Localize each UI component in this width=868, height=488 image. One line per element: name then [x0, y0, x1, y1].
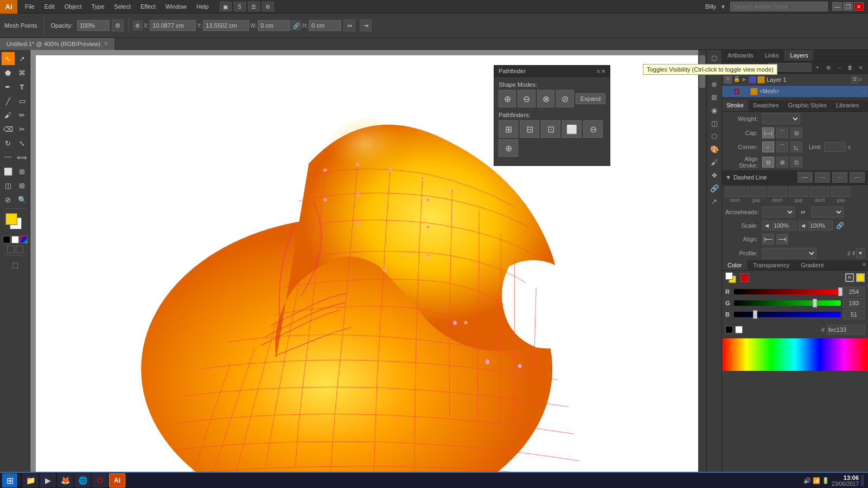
move-to-layer-btn[interactable]: →	[834, 62, 844, 72]
tab-layers[interactable]: Layers	[784, 50, 814, 61]
corner-miter-btn[interactable]: ⌐	[762, 142, 774, 152]
kuler-icon[interactable]: ◉	[709, 104, 720, 116]
shape-minus-front-btn[interactable]: ⊖	[518, 90, 535, 107]
show-desktop-btn[interactable]	[861, 475, 864, 486]
links-rt-icon[interactable]: 🔗	[709, 182, 720, 194]
shape-unite-btn[interactable]: ⊕	[499, 90, 516, 107]
corner-bevel-btn[interactable]: ◺	[790, 142, 802, 152]
y-input[interactable]	[203, 20, 249, 31]
gap3-input[interactable]	[831, 187, 851, 197]
menu-help[interactable]: Help	[192, 2, 213, 11]
cmyk-mode-btn[interactable]	[856, 273, 865, 282]
mesh-tool[interactable]: ⊞	[16, 179, 29, 192]
arrowhead-end-select[interactable]	[811, 207, 844, 217]
tab-links[interactable]: Links	[760, 50, 785, 61]
weight-select[interactable]: 0.5 pt1 pt2 pt	[762, 113, 800, 124]
taskbar-firefox[interactable]: 🦊	[57, 473, 73, 487]
gradient-tool[interactable]: ◫	[2, 179, 15, 192]
menu-window[interactable]: Window	[161, 2, 191, 11]
b-slider-thumb[interactable]	[753, 310, 757, 319]
rotate-tool[interactable]: ↻	[2, 137, 15, 150]
line-tool[interactable]: ╱	[2, 94, 15, 107]
minimize-btn[interactable]: —	[832, 2, 842, 11]
r-slider-track[interactable]	[734, 289, 841, 294]
layer-item[interactable]: 👁 🔓 ▶ Layer 1 ☰ ○	[722, 74, 868, 86]
shape-intersect-btn[interactable]: ⊗	[537, 90, 554, 107]
none-indicator[interactable]	[7, 246, 15, 253]
pf-divide-btn[interactable]: ⊕	[499, 139, 518, 157]
dashed-pattern-4[interactable]: -·-	[850, 172, 865, 183]
graphicstyle-icon[interactable]: ⬡	[709, 130, 720, 142]
layer-visibility-btn[interactable]: 👁	[724, 76, 732, 84]
sublayer-lock[interactable]	[742, 88, 749, 95]
pathfinder-icon[interactable]: ⊕	[709, 78, 720, 90]
gradient-swatch[interactable]	[20, 236, 28, 243]
vertical-scrollbar-thumb[interactable]	[699, 55, 705, 88]
g-slider-thumb[interactable]	[813, 299, 817, 307]
pathfinder-close-btn[interactable]: ✕	[601, 68, 605, 74]
transform-icon[interactable]: ⬡	[709, 52, 720, 64]
w-input[interactable]	[258, 20, 290, 31]
selection-tool[interactable]: ↖	[2, 52, 15, 65]
export-icon[interactable]: ↗	[709, 195, 720, 207]
layer-expand-arrow[interactable]: ▶	[743, 77, 748, 82]
appearance-rt-icon[interactable]: ◫	[709, 117, 720, 129]
pencil-tool[interactable]: ✏	[16, 108, 29, 121]
white-swatch2[interactable]	[735, 326, 743, 333]
sublayer-visibility-btn[interactable]	[733, 88, 741, 95]
tab-swatches[interactable]: Swatches	[749, 100, 784, 111]
scale1-dec-btn[interactable]: ◀	[762, 221, 771, 230]
dashed-line-header[interactable]: ▼ Dashed Line — - - ··· -·-	[722, 170, 868, 185]
gap1-input[interactable]	[746, 187, 766, 197]
paintbrush-tool[interactable]: 🖌	[2, 108, 15, 121]
eyedropper-tool[interactable]: ⊘	[2, 193, 15, 206]
menu-type[interactable]: Type	[87, 2, 109, 11]
dash3-input[interactable]	[810, 187, 829, 197]
sublayer-item[interactable]: <Mesh> ○	[722, 86, 868, 98]
align-center-btn[interactable]: ⊟	[762, 157, 774, 168]
tab-artboards[interactable]: Artboards	[722, 50, 760, 61]
opacity-options-btn[interactable]: ⚙	[112, 20, 124, 31]
width-tool[interactable]: ⟺	[16, 151, 29, 164]
arrowhead-swap-btn[interactable]: ⇄	[797, 207, 809, 217]
brushes-icon[interactable]: 🖌	[709, 156, 720, 168]
b-slider-track[interactable]	[734, 312, 841, 317]
user-dropdown-arrow[interactable]: ▼	[720, 4, 726, 10]
menu-select[interactable]: Select	[110, 2, 135, 11]
align-outside-btn[interactable]: ⊡	[790, 157, 802, 168]
rectangle-tool[interactable]: ▭	[16, 94, 29, 107]
shapebuilder-icon[interactable]: ⊠	[709, 91, 720, 103]
taskbar-media[interactable]: ▶	[40, 473, 56, 487]
tab-graphic-styles[interactable]: Graphic Styles	[784, 100, 832, 111]
opacity-input[interactable]	[77, 20, 110, 31]
stroke-panel-btn[interactable]: S	[234, 2, 246, 11]
r-value-input[interactable]	[843, 287, 865, 297]
direct-selection-tool[interactable]: ↗	[16, 52, 29, 65]
dashed-pattern-3[interactable]: ···	[832, 172, 847, 183]
color-mode-indicator[interactable]	[16, 246, 23, 253]
white-swatch[interactable]	[11, 236, 19, 243]
taskbar-explorer[interactable]: 📁	[22, 473, 39, 487]
link-wh-btn[interactable]: 🔗	[291, 21, 301, 30]
rgb-mode-btn[interactable]: R	[845, 273, 854, 282]
profile-arrow-btn[interactable]: ▼	[856, 248, 865, 258]
align-start-btn[interactable]: |⟵	[762, 234, 774, 245]
limit-input[interactable]	[824, 142, 846, 152]
foreground-color-swatch[interactable]	[5, 213, 17, 225]
x-input[interactable]	[150, 20, 196, 31]
stock-search-input[interactable]	[730, 2, 828, 11]
pf-minus-back-btn[interactable]: ⊖	[583, 120, 603, 138]
dash1-input[interactable]	[725, 187, 745, 197]
pathfinder-options-btn[interactable]: ≡	[597, 68, 600, 74]
cap-round-btn[interactable]: ⌒	[776, 127, 788, 138]
close-btn[interactable]: ✕	[854, 2, 864, 11]
tab-gradient[interactable]: Gradient	[795, 260, 829, 270]
align-inside-btn[interactable]: ⊞	[776, 157, 788, 168]
scale2-dec-btn[interactable]: ◀	[799, 221, 807, 230]
transform-panel-btn[interactable]: ▣	[220, 2, 232, 11]
workspace-btn[interactable]: ⚙	[262, 2, 274, 11]
gap2-input[interactable]	[789, 187, 808, 197]
color-panel-menu[interactable]: ≡	[860, 260, 868, 270]
arrowhead-start-select[interactable]	[762, 207, 795, 217]
none-swatch[interactable]	[3, 236, 10, 243]
